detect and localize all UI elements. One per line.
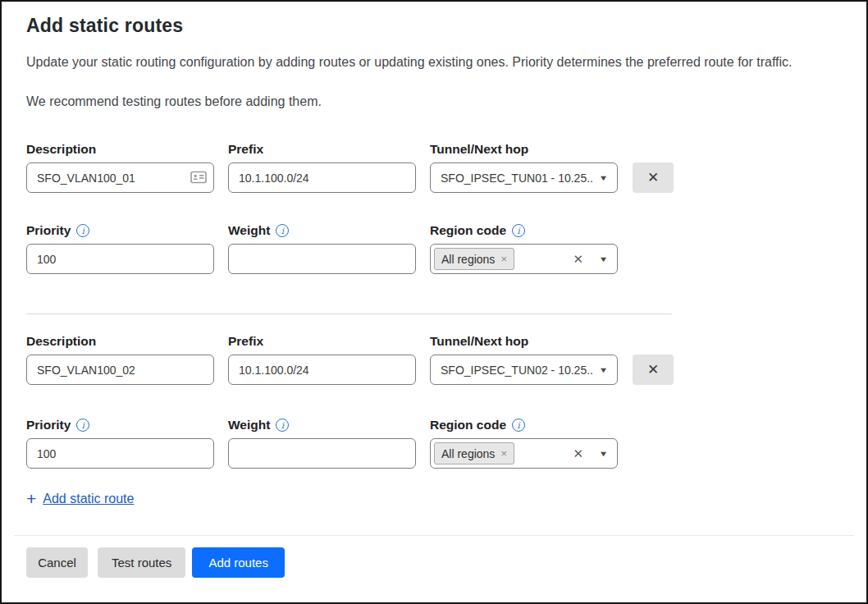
remove-route-button[interactable]: ✕	[633, 162, 674, 193]
tunnel-label: Tunnel/Next hop	[430, 142, 528, 157]
region-chip-label: All regions	[441, 253, 495, 266]
description-field-group: Description	[26, 142, 214, 193]
chevron-down-icon: ▼	[599, 450, 609, 458]
tunnel-selected-value: SFO_IPSEC_TUN02 - 10.25...	[441, 364, 593, 377]
weight-field-group: Weight i	[228, 223, 416, 274]
page-title: Add static routes	[26, 15, 842, 37]
add-static-route-row: + Add static route	[26, 490, 842, 507]
tunnel-field-group: Tunnel/Next hop SFO_IPSEC_TUN02 - 10.25.…	[430, 334, 618, 385]
info-icon[interactable]: i	[276, 419, 289, 432]
dialog-recommendation: We recommend testing routes before addin…	[26, 94, 842, 109]
tunnel-selected-value: SFO_IPSEC_TUN01 - 10.25...	[441, 172, 593, 185]
chip-remove-icon[interactable]: ×	[500, 448, 507, 459]
description-label: Description	[26, 142, 96, 157]
chevron-down-icon: ▼	[599, 174, 609, 182]
tunnel-label: Tunnel/Next hop	[430, 334, 528, 349]
region-multiselect[interactable]: All regions × ✕ ▼	[430, 438, 618, 469]
chip-remove-icon[interactable]: ×	[500, 254, 507, 264]
add-static-route-link[interactable]: Add static route	[43, 492, 134, 506]
weight-input[interactable]	[228, 244, 416, 274]
description-field-group: Description	[26, 334, 214, 385]
chevron-down-icon: ▼	[599, 366, 609, 374]
priority-field-group: Priority i	[26, 223, 214, 274]
description-input[interactable]	[26, 162, 214, 193]
priority-label: Priority	[26, 223, 71, 238]
info-icon[interactable]: i	[76, 419, 89, 432]
info-icon[interactable]: i	[512, 419, 525, 432]
prefix-field-group: Prefix	[228, 142, 416, 193]
info-icon[interactable]: i	[76, 224, 89, 237]
route-section-2: Description Prefix Tunnel/Next hop SFO_I…	[26, 334, 842, 469]
region-label: Region code	[430, 418, 506, 432]
info-icon[interactable]: i	[512, 224, 525, 237]
tunnel-select[interactable]: SFO_IPSEC_TUN02 - 10.25... ▼	[430, 355, 618, 385]
footer-divider	[14, 535, 854, 536]
tunnel-field-group: Tunnel/Next hop SFO_IPSEC_TUN01 - 10.25.…	[430, 142, 618, 193]
prefix-label: Prefix	[228, 334, 263, 349]
dialog-description: Update your static routing configuration…	[26, 55, 842, 70]
close-icon: ✕	[647, 169, 659, 186]
weight-label: Weight	[228, 418, 270, 432]
region-field-group: Region code i All regions × ✕ ▼	[430, 223, 618, 274]
region-field-group: Region code i All regions × ✕ ▼	[430, 418, 618, 469]
prefix-input[interactable]	[228, 162, 416, 193]
add-static-routes-dialog: Add static routes Update your static rou…	[2, 2, 866, 602]
prefix-label: Prefix	[228, 142, 263, 157]
region-chip: All regions ×	[434, 442, 514, 464]
region-chip-label: All regions	[441, 447, 495, 460]
description-input[interactable]	[26, 355, 214, 385]
description-label: Description	[26, 334, 96, 349]
plus-icon: +	[26, 490, 36, 507]
priority-input[interactable]	[26, 244, 214, 274]
weight-input[interactable]	[228, 438, 416, 469]
chevron-down-icon: ▼	[599, 255, 609, 263]
tunnel-select[interactable]: SFO_IPSEC_TUN01 - 10.25... ▼	[430, 162, 618, 193]
close-icon: ✕	[647, 361, 659, 378]
prefix-field-group: Prefix	[228, 334, 416, 385]
weight-label: Weight	[228, 223, 270, 238]
clear-selection-icon[interactable]: ✕	[573, 252, 584, 267]
info-icon[interactable]: i	[276, 224, 289, 237]
add-routes-button[interactable]: Add routes	[192, 547, 285, 578]
clear-selection-icon[interactable]: ✕	[573, 446, 584, 461]
cancel-button[interactable]: Cancel	[26, 547, 88, 578]
priority-label: Priority	[26, 418, 71, 432]
region-chip: All regions ×	[434, 248, 514, 270]
weight-field-group: Weight i	[228, 418, 416, 469]
section-divider	[26, 313, 672, 314]
region-multiselect[interactable]: All regions × ✕ ▼	[430, 244, 618, 274]
priority-input[interactable]	[26, 438, 214, 469]
contact-card-icon[interactable]	[190, 171, 207, 187]
route-section-1: Description	[26, 142, 842, 274]
priority-field-group: Priority i	[26, 418, 214, 469]
region-label: Region code	[430, 223, 506, 238]
footer-actions: Cancel Test routes Add routes	[26, 547, 842, 578]
remove-route-button[interactable]: ✕	[633, 355, 674, 385]
test-routes-button[interactable]: Test routes	[98, 547, 185, 578]
prefix-input[interactable]	[228, 355, 416, 385]
